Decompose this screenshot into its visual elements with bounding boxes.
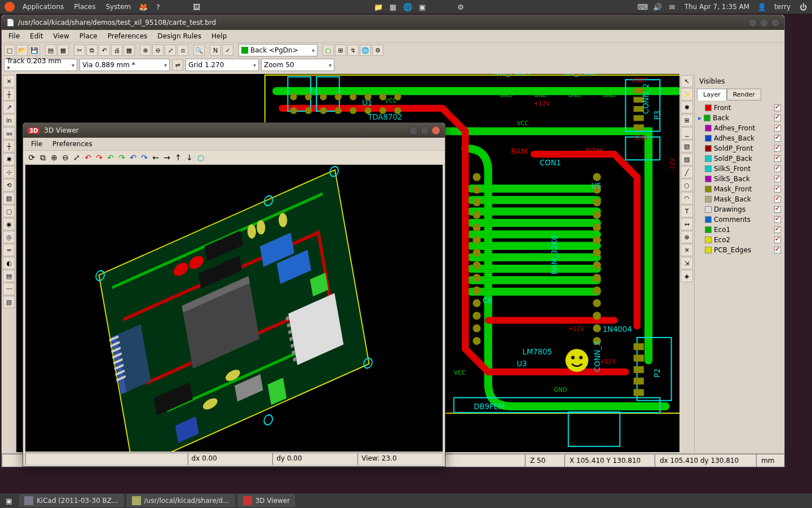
layer-color-swatch[interactable]: [705, 165, 712, 172]
keyboard-tray-icon[interactable]: ⌨: [637, 1, 648, 12]
clock[interactable]: Thu Apr 7, 1:35 AM: [680, 2, 754, 12]
layer-row-mask_front[interactable]: Mask_Front: [697, 184, 782, 194]
mail-tray-icon[interactable]: ✉: [667, 1, 678, 12]
layer-visible-checkbox[interactable]: [774, 135, 781, 142]
layer-row-pcb_edges[interactable]: PCB_Edges: [697, 245, 782, 255]
layer-row-silks_front[interactable]: SilkS_Front: [697, 164, 782, 174]
plot-button[interactable]: ▦: [123, 45, 135, 56]
add-track-button[interactable]: ⎯: [681, 127, 693, 139]
help-launcher-icon[interactable]: ?: [152, 1, 164, 12]
applet-tray-icon[interactable]: ⚙: [455, 1, 466, 12]
layer-color-swatch[interactable]: [705, 125, 712, 132]
layer-row-eco2[interactable]: Eco2: [697, 235, 782, 245]
layer-visible-checkbox[interactable]: [774, 165, 781, 172]
layer-color-swatch[interactable]: [705, 226, 712, 233]
layer-color-swatch[interactable]: [705, 186, 712, 192]
ubuntu-logo-icon[interactable]: [5, 2, 15, 12]
layer-row-soldp_front[interactable]: SoldP_Front: [697, 143, 782, 154]
print-button[interactable]: 🖨: [111, 45, 122, 56]
zoom-combo[interactable]: Zoom 50: [261, 59, 334, 71]
layer-visible-checkbox[interactable]: [774, 104, 781, 111]
layer-color-swatch[interactable]: [705, 206, 712, 213]
show-desktop-icon[interactable]: ▣: [3, 495, 15, 506]
drc-off-button[interactable]: ✕: [3, 75, 15, 87]
system-menu[interactable]: System: [101, 2, 135, 12]
layer-toolbar-button[interactable]: ▤: [3, 270, 15, 282]
3d-ortho-button[interactable]: ○: [196, 152, 206, 163]
layer-row-soldp_back[interactable]: SoldP_Back: [697, 154, 782, 164]
undo-button[interactable]: ↶: [99, 45, 110, 56]
add-keepout-button[interactable]: ▨: [681, 153, 693, 165]
3d-maximize-button[interactable]: [420, 126, 429, 135]
apps-menu[interactable]: Applications: [18, 2, 68, 12]
grid-combo[interactable]: Grid 1.270: [186, 59, 259, 71]
zoom-in-button[interactable]: ⊕: [140, 45, 151, 56]
layer-color-swatch[interactable]: [705, 216, 712, 223]
taskbar-task[interactable]: /usr/local/kicad/share/d...: [127, 494, 235, 507]
3d-pan-down-button[interactable]: ↓: [184, 152, 195, 163]
layer-color-swatch[interactable]: [705, 135, 712, 142]
3d-rotate-z-pos-button[interactable]: ↷: [139, 152, 149, 163]
app-titlebar[interactable]: 📄 /usr/local/kicad/share/demos/test_xil_…: [2, 15, 784, 30]
menu-place[interactable]: Place: [75, 31, 102, 41]
minimize-button[interactable]: [748, 18, 757, 27]
units-mm-button[interactable]: ㎜: [3, 127, 15, 139]
pad-fill-button[interactable]: ◉: [3, 218, 15, 230]
layer-visible-checkbox[interactable]: [774, 226, 781, 233]
3d-titlebar[interactable]: 3D 3D Viewer: [23, 123, 445, 138]
image-launcher-icon[interactable]: 🖼: [191, 1, 202, 12]
zoom-selection-button[interactable]: ⧈: [177, 45, 188, 56]
layer-select-combo[interactable]: Back <PgDn>: [239, 44, 317, 56]
contrast-button[interactable]: ◐: [3, 257, 15, 269]
layer-color-swatch[interactable]: [704, 115, 710, 121]
layer-visible-checkbox[interactable]: [774, 155, 781, 162]
menu-preferences[interactable]: Preferences: [103, 31, 152, 41]
via-fill-button[interactable]: ◎: [3, 231, 15, 243]
polar-toggle-button[interactable]: ↗: [3, 101, 15, 113]
layer-color-swatch[interactable]: [705, 176, 712, 182]
microwave-toolbar-button[interactable]: 〰: [3, 283, 15, 295]
delete-button[interactable]: ✕: [681, 244, 693, 256]
open-button[interactable]: 📂: [16, 45, 28, 56]
layer-row-mask_back[interactable]: Mask_Back: [697, 194, 782, 204]
3d-rotate-y-pos-button[interactable]: ↷: [117, 152, 127, 163]
layer-row-adhes_back[interactable]: Adhes_Back: [697, 133, 782, 143]
select-tool-button[interactable]: ↖: [681, 75, 693, 87]
track-width-combo[interactable]: Track 0.203 mm *: [4, 59, 77, 71]
auto-track-button[interactable]: ⇌: [172, 59, 183, 71]
volume-tray-icon[interactable]: 🔊: [652, 1, 663, 12]
3d-reload-button[interactable]: ⟳: [27, 152, 37, 163]
tab-render[interactable]: Render: [727, 89, 761, 100]
layer-visible-checkbox[interactable]: [774, 115, 781, 121]
page-settings-button[interactable]: ▤: [45, 45, 56, 56]
folder-tray-icon[interactable]: 📁: [373, 1, 384, 12]
show-zones-button[interactable]: ▧: [3, 192, 15, 204]
layer-row-eco1[interactable]: Eco1: [697, 225, 782, 235]
drc-button[interactable]: ✓: [222, 45, 233, 56]
ratsnest-button[interactable]: ✱: [3, 153, 15, 165]
via-size-combo[interactable]: Via 0.889 mm *: [80, 59, 170, 71]
zoom-fit-button[interactable]: ⤢: [165, 45, 176, 56]
scripting-button[interactable]: ⚙: [372, 45, 383, 56]
3d-menu-file[interactable]: File: [27, 139, 47, 149]
3d-minimize-button[interactable]: [409, 126, 418, 135]
add-dimension-button[interactable]: ↔: [681, 218, 693, 230]
3d-zoom-fit-button[interactable]: ⤢: [72, 152, 82, 163]
layer-visible-checkbox[interactable]: [774, 247, 781, 253]
web-button[interactable]: 🌐: [360, 45, 371, 56]
layer-row-back[interactable]: ▸Back: [697, 113, 782, 123]
auto-delete-track-button[interactable]: ⟲: [3, 179, 15, 191]
3d-pan-left-button[interactable]: ←: [151, 152, 161, 163]
layer-row-adhes_front[interactable]: Adhes_Front: [697, 123, 782, 133]
layer-color-swatch[interactable]: [705, 104, 712, 111]
calc-tray-icon[interactable]: ▦: [387, 1, 399, 12]
menu-help[interactable]: Help: [207, 31, 231, 41]
layer-color-swatch[interactable]: [705, 145, 712, 152]
user-menu[interactable]: terry: [770, 2, 795, 12]
3d-menu-preferences[interactable]: Preferences: [48, 139, 97, 149]
places-menu[interactable]: Places: [69, 2, 100, 12]
layer-row-drawings[interactable]: Drawings: [697, 204, 782, 214]
add-target-button[interactable]: ⊕: [681, 231, 693, 243]
add-arc-button[interactable]: ◠: [681, 192, 693, 204]
user-icon[interactable]: 👤: [756, 1, 767, 12]
